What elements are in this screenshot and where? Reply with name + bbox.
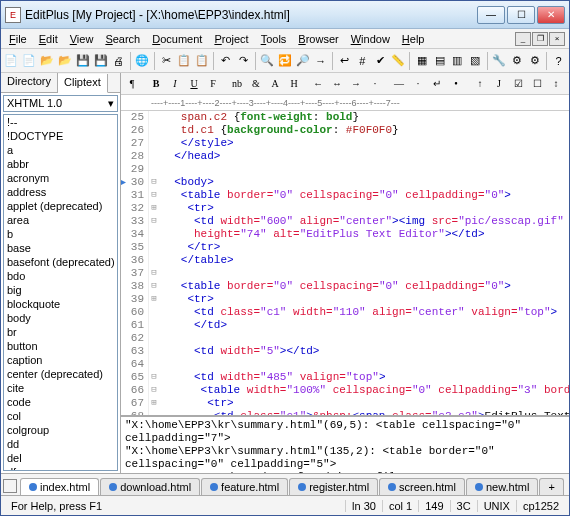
list-item[interactable]: abbr <box>4 157 117 171</box>
mdi-restore-button[interactable]: ❐ <box>532 32 548 46</box>
html-tool-5[interactable]: nb <box>228 75 246 92</box>
list-item[interactable]: area <box>4 213 117 227</box>
menu-search[interactable]: Search <box>99 31 146 47</box>
html-tool-2[interactable]: I <box>166 75 184 92</box>
list-item[interactable]: button <box>4 339 117 353</box>
list-item[interactable]: basefont (deprecated) <box>4 255 117 269</box>
copy-icon[interactable]: 📋 <box>175 51 192 70</box>
new-icon[interactable]: 📄 <box>3 51 20 70</box>
wrap-icon[interactable]: ↩ <box>336 51 353 70</box>
html-tool-4[interactable]: F <box>204 75 222 92</box>
cut-icon[interactable]: ✂ <box>158 51 175 70</box>
mdi-min-button[interactable]: _ <box>515 32 531 46</box>
tool2-icon[interactable]: ⚙ <box>508 51 525 70</box>
list-item[interactable]: dfn <box>4 465 117 471</box>
spell-icon[interactable]: ✔ <box>372 51 389 70</box>
mdi-close-button[interactable]: × <box>549 32 565 46</box>
save-all-icon[interactable]: 💾 <box>92 51 109 70</box>
code-text[interactable]: span.c2 {font-weight: bold} td.c1 {backg… <box>159 111 569 415</box>
panel3-icon[interactable]: ▥ <box>449 51 466 70</box>
list-item[interactable]: colgroup <box>4 423 117 437</box>
list-item[interactable]: dd <box>4 437 117 451</box>
list-item[interactable]: cite <box>4 381 117 395</box>
list-item[interactable]: del <box>4 451 117 465</box>
open-icon[interactable]: 📂 <box>39 51 56 70</box>
list-item[interactable]: acronym <box>4 171 117 185</box>
ruler-icon[interactable]: 📏 <box>390 51 407 70</box>
menu-tools[interactable]: Tools <box>255 31 293 47</box>
list-item[interactable]: caption <box>4 353 117 367</box>
replace-icon[interactable]: 🔁 <box>277 51 294 70</box>
menu-window[interactable]: Window <box>345 31 396 47</box>
doc-tab[interactable]: index.html <box>20 478 99 495</box>
menu-project[interactable]: Project <box>208 31 254 47</box>
html-tool-12[interactable]: · <box>366 75 384 92</box>
html-tool-7[interactable]: A <box>266 75 284 92</box>
findfiles-icon[interactable]: 🔎 <box>294 51 311 70</box>
html-tool-20[interactable]: ☐ <box>528 75 546 92</box>
undo-icon[interactable]: ↶ <box>217 51 234 70</box>
new-html-icon[interactable]: 📄 <box>21 51 38 70</box>
doc-tab[interactable]: new.html <box>466 478 538 495</box>
maximize-button[interactable]: ☐ <box>507 6 535 24</box>
linenum-icon[interactable]: # <box>354 51 371 70</box>
html-tool-1[interactable]: B <box>147 75 165 92</box>
html-tool-11[interactable]: → <box>347 75 365 92</box>
list-item[interactable]: applet (deprecated) <box>4 199 117 213</box>
print-icon[interactable]: 🖨 <box>110 51 127 70</box>
html-tool-0[interactable]: ¶ <box>123 75 141 92</box>
html-tool-15[interactable]: ↵ <box>428 75 446 92</box>
list-item[interactable]: br <box>4 325 117 339</box>
goto-icon[interactable]: → <box>312 51 329 70</box>
html-tool-6[interactable]: & <box>247 75 265 92</box>
cliptext-list[interactable]: !--!DOCTYPEaabbracronymaddressapplet (de… <box>3 114 118 471</box>
doc-tab[interactable]: feature.html <box>201 478 288 495</box>
redo-icon[interactable]: ↷ <box>235 51 252 70</box>
menu-edit[interactable]: Edit <box>33 31 64 47</box>
list-item[interactable]: base <box>4 241 117 255</box>
html-tool-16[interactable]: • <box>447 75 465 92</box>
doc-tab[interactable]: register.html <box>289 478 378 495</box>
list-item[interactable]: address <box>4 185 117 199</box>
prefs-icon[interactable]: ⚙ <box>526 51 543 70</box>
cliptext-combo[interactable]: XHTML 1.0▾ <box>3 95 118 112</box>
panel4-icon[interactable]: ▧ <box>467 51 484 70</box>
list-item[interactable]: !DOCTYPE <box>4 129 117 143</box>
close-button[interactable]: ✕ <box>537 6 565 24</box>
html-tool-21[interactable]: ↕ <box>547 75 565 92</box>
list-item[interactable]: big <box>4 283 117 297</box>
list-item[interactable]: bdo <box>4 269 117 283</box>
html-tool-17[interactable]: ↑ <box>471 75 489 92</box>
new-tab-button[interactable]: + <box>539 478 563 495</box>
html-tool-3[interactable]: U <box>185 75 203 92</box>
paste-icon[interactable]: 📋 <box>193 51 210 70</box>
panel1-icon[interactable]: ▦ <box>413 51 430 70</box>
menu-view[interactable]: View <box>64 31 100 47</box>
fold-column[interactable]: ⊟⊟⊞⊟⊟⊟⊞⊟⊟⊞⊟⊟⊟⊞ <box>149 111 159 415</box>
menu-browser[interactable]: Browser <box>292 31 344 47</box>
tab-directory[interactable]: Directory <box>1 73 58 92</box>
preview-icon[interactable]: 🌐 <box>134 51 151 70</box>
html-tool-18[interactable]: J <box>490 75 508 92</box>
html-tool-9[interactable]: ← <box>309 75 327 92</box>
code-editor[interactable]: ▶ 25262728293031323334353637383960616263… <box>121 111 569 415</box>
minimize-button[interactable]: — <box>477 6 505 24</box>
html-tool-13[interactable]: — <box>390 75 408 92</box>
menu-help[interactable]: Help <box>396 31 431 47</box>
html-tool-19[interactable]: ☑ <box>509 75 527 92</box>
open-remote-icon[interactable]: 📂 <box>57 51 74 70</box>
tab-list-button[interactable] <box>3 479 17 493</box>
list-item[interactable]: a <box>4 143 117 157</box>
help-icon[interactable]: ? <box>550 51 567 70</box>
html-tool-14[interactable]: · <box>409 75 427 92</box>
list-item[interactable]: col <box>4 409 117 423</box>
list-item[interactable]: blockquote <box>4 297 117 311</box>
list-item[interactable]: body <box>4 311 117 325</box>
output-panel[interactable]: "X:\home\EPP3\kr\summary.html"(69,5): <t… <box>121 415 569 473</box>
save-icon[interactable]: 💾 <box>74 51 91 70</box>
menu-file[interactable]: File <box>3 31 33 47</box>
doc-tab[interactable]: download.html <box>100 478 200 495</box>
tool1-icon[interactable]: 🔧 <box>491 51 508 70</box>
list-item[interactable]: code <box>4 395 117 409</box>
panel2-icon[interactable]: ▤ <box>431 51 448 70</box>
